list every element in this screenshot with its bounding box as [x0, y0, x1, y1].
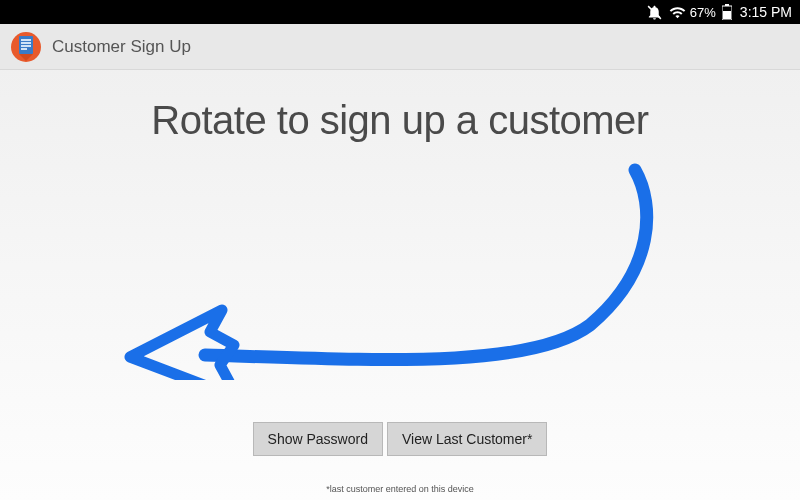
- svg-rect-9: [21, 48, 27, 50]
- svg-rect-7: [21, 42, 31, 44]
- app-bar-title: Customer Sign Up: [52, 37, 191, 57]
- svg-rect-8: [21, 45, 31, 47]
- headline: Rotate to sign up a customer: [151, 98, 648, 143]
- android-status-bar: 67% 3:15 PM: [0, 0, 800, 24]
- svg-rect-6: [21, 39, 31, 41]
- battery-icon: [722, 4, 732, 20]
- show-password-button[interactable]: Show Password: [253, 422, 383, 456]
- main-content: Rotate to sign up a customer Show Passwo…: [0, 70, 800, 500]
- app-icon: [10, 31, 42, 63]
- mute-icon: [646, 4, 663, 21]
- rotate-arrow-graphic: [110, 160, 670, 380]
- view-last-customer-button[interactable]: View Last Customer*: [387, 422, 547, 456]
- button-row: Show Password View Last Customer*: [253, 422, 548, 456]
- wifi-icon: [669, 4, 686, 21]
- svg-rect-3: [723, 11, 731, 19]
- app-bar: Customer Sign Up: [0, 24, 800, 70]
- footnote: *last customer entered on this device: [326, 484, 474, 494]
- battery-percent: 67%: [690, 5, 716, 20]
- status-clock: 3:15 PM: [740, 4, 792, 20]
